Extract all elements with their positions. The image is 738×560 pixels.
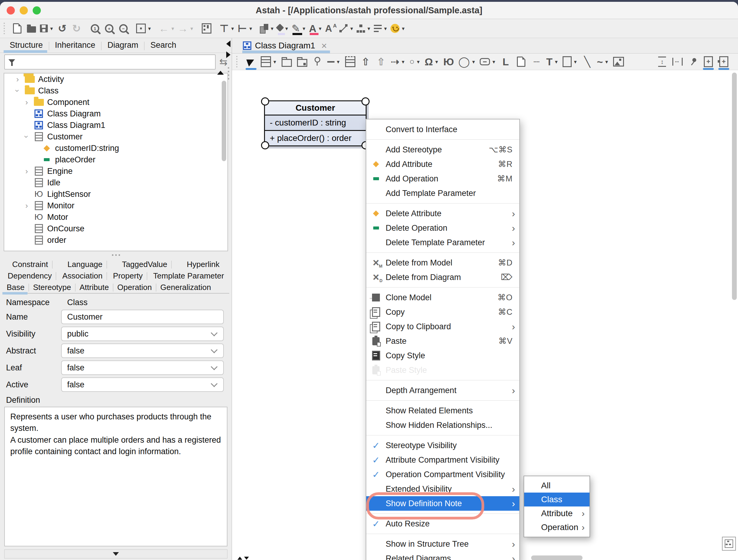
toolbar-drag-handle[interactable] (236, 56, 239, 67)
distribute-horizontal-button[interactable]: ↕ (672, 55, 683, 69)
emoji-button[interactable]: ▼ (390, 21, 406, 35)
menu-item-add-template-parameter[interactable]: Add Template Parameter (366, 186, 519, 200)
menu-item-add-operation[interactable]: Add Operation⌘M (366, 171, 519, 186)
tree-item-monitor[interactable]: ›Monitor (4, 200, 228, 211)
socket-tool-button[interactable]: Ю (443, 55, 454, 69)
tree-item-placeorder[interactable]: placeOrder (4, 154, 228, 165)
menu-item-delete-template-parameter[interactable]: Delete Template Parameter› (366, 235, 519, 250)
menu-item-show-in-structure-tree[interactable]: Show in Structure Tree› (366, 537, 519, 551)
align-vertical-button[interactable]: ⊤▼ (219, 21, 235, 35)
menu-item-show-definition-note[interactable]: Show Definition Note› (366, 496, 519, 511)
submenu-item-operation[interactable]: Operation› (524, 520, 590, 534)
abstract-select[interactable]: false (61, 344, 224, 358)
association-tool-button[interactable]: ▼ (327, 55, 341, 69)
tree-scrollbar-thumb[interactable] (222, 81, 226, 161)
filter-input[interactable] (18, 57, 215, 67)
menu-item-attribute-compartment-visibility[interactable]: ✓Attribute Compartment Visibility (366, 453, 519, 467)
redo-button[interactable]: ↻ (71, 21, 82, 35)
turn-tool-button[interactable]: L (500, 55, 511, 69)
menu-item-related-diagrams[interactable]: Related Diagrams› (366, 551, 519, 560)
menu-item-auto-resize[interactable]: ✓Auto Resize (366, 516, 519, 531)
tree-item-lightsensor[interactable]: ЮLightSensor (4, 188, 228, 200)
subsystem-tool-button[interactable] (296, 55, 308, 69)
menu-item-copy-to-clipboard[interactable]: Copy to Clipboard› (366, 319, 519, 334)
tab-association[interactable]: Association (58, 271, 107, 281)
connector-style-button[interactable]: ▼ (339, 21, 354, 35)
visibility-select[interactable]: public (61, 327, 224, 341)
select-tool-button[interactable] (245, 55, 257, 69)
tab-template-parameter[interactable]: Template Parameter (149, 271, 228, 281)
fill-color-button[interactable]: ▼ (277, 21, 289, 35)
undo-button[interactable]: ↺ (57, 21, 68, 35)
tree-item-customerid-string[interactable]: customerID:string (4, 142, 228, 154)
font-size-button[interactable]: AA (325, 21, 337, 35)
port-tool-button[interactable] (312, 55, 323, 69)
package-tool-button[interactable] (281, 55, 293, 69)
minimize-button[interactable] (20, 6, 28, 15)
menu-item-stereotype-visibility[interactable]: ✓Stereotype Visibility (366, 438, 519, 453)
expand-compartment-button[interactable]: + (703, 55, 714, 69)
tab-class-diagram1[interactable]: Class Diagram1 × (242, 38, 330, 53)
menu-item-copy-style[interactable]: Copy Style (366, 348, 519, 363)
tree-item-idle[interactable]: Idle (4, 177, 228, 188)
menu-item-clone-model[interactable]: Clone Model⌘O (366, 290, 519, 305)
tree-item-customer[interactable]: ›Customer (4, 131, 228, 142)
tree-item-oncourse[interactable]: OnCourse (4, 223, 228, 234)
menu-item-paste-style[interactable]: Paste Style (366, 363, 519, 377)
class-tool-button[interactable]: ▼ (261, 55, 277, 69)
definition-textarea[interactable]: Represents a user who purchases products… (4, 407, 228, 546)
tree-item-order[interactable]: order (4, 234, 228, 246)
tab-diagram[interactable]: Diagram (101, 40, 144, 53)
scroll-up-icon[interactable] (238, 557, 242, 560)
tree-item-class-diagram1[interactable]: Class Diagram1 (4, 119, 228, 131)
tab-constraint[interactable]: Constraint (8, 260, 52, 269)
curve-tool-button[interactable]: ~▼ (597, 55, 609, 69)
tree-item-class-diagram[interactable]: Class Diagram (4, 108, 228, 119)
tab-operation[interactable]: Operation (113, 283, 156, 292)
image-tool-button[interactable] (613, 55, 624, 69)
tree-item-engine[interactable]: ›Engine (4, 165, 228, 177)
diagram-list-button[interactable] (201, 21, 212, 35)
tab-property[interactable]: Property (109, 271, 147, 281)
depth-order-button[interactable]: ▼ (260, 21, 274, 35)
tab-language[interactable]: Language (63, 260, 107, 269)
selection-handle[interactable] (261, 141, 269, 149)
chevron-down-icon[interactable]: › (14, 87, 21, 94)
menu-item-delete-from-diagram[interactable]: ×DDelete from Diagram⌦ (366, 270, 519, 285)
expand-right-icon[interactable] (226, 51, 231, 58)
menu-item-add-stereotype[interactable]: Add Stereotype⌥⌘S (366, 142, 519, 157)
constraint-tool-button[interactable]: ▼ (480, 55, 496, 69)
save-button[interactable]: ▼ (40, 21, 54, 35)
font-color-button[interactable]: A▼ (309, 21, 322, 35)
menu-item-delete-operation[interactable]: Delete Operation› (366, 221, 519, 235)
new-file-button[interactable] (11, 21, 23, 35)
scroll-down-icon[interactable] (244, 557, 249, 560)
fit-to-window-button[interactable]: ▼ (136, 21, 152, 35)
list-format-button[interactable]: ▼ (374, 21, 388, 35)
instance-tool-button[interactable]: ○▼ (409, 55, 421, 69)
chevron-right-icon[interactable]: › (14, 75, 21, 83)
class-customer[interactable]: Customer - customerID : string+ placeOrd… (264, 100, 367, 146)
template-class-tool-button[interactable] (345, 55, 356, 69)
menu-item-paste[interactable]: Paste⌘V (366, 334, 519, 348)
diagram-thumbnail-button[interactable] (722, 537, 736, 551)
chevron-right-icon[interactable]: › (23, 167, 30, 175)
line-color-button[interactable]: ✎▼ (292, 21, 306, 35)
submenu-item-all[interactable]: All (524, 479, 590, 493)
submenu-item-attribute[interactable]: Attribute› (524, 507, 590, 520)
dashed-line-tool-button[interactable]: ┈ (531, 55, 542, 69)
tree-scroll-up-icon[interactable] (217, 71, 224, 75)
tree-item-component[interactable]: ›Component (4, 96, 228, 108)
class-attribute[interactable]: - customerID : string (265, 115, 366, 131)
back-button[interactable]: ←▼ (159, 21, 175, 35)
tab-generalization[interactable]: Generalization (156, 283, 215, 292)
tab-dependency[interactable]: Dependency (3, 271, 56, 281)
hierarchy-layout-button[interactable]: ▼ (357, 21, 371, 35)
line-tool-button[interactable]: ╲ (581, 55, 593, 69)
text-tool-button[interactable]: T▼ (546, 55, 559, 69)
align-horizontal-button[interactable]: ⊢▼ (238, 21, 253, 35)
menu-item-delete-from-model[interactable]: ×MDelete from Model⌘D (366, 255, 519, 270)
splitter-grip[interactable] (228, 67, 229, 79)
chevron-down-icon[interactable]: › (23, 133, 31, 140)
tab-hyperlink[interactable]: Hyperlink (182, 260, 224, 269)
